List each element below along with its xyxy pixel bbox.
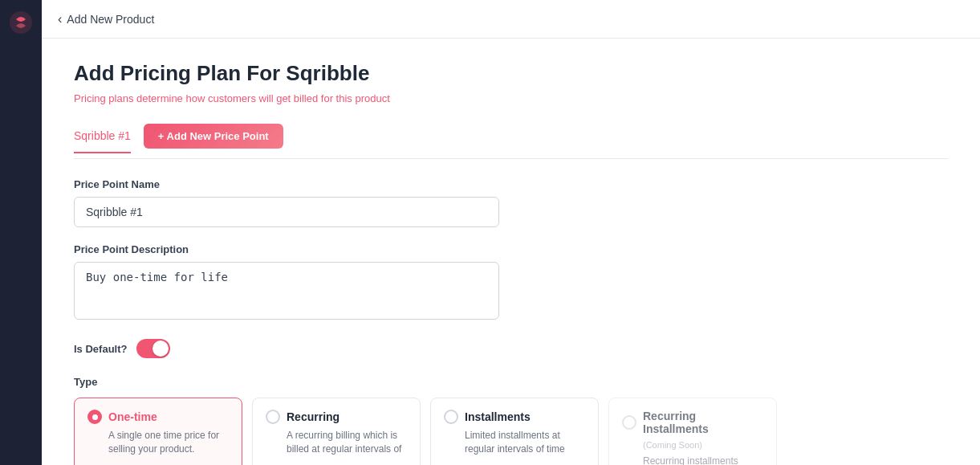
type-card-installments-desc: Limited installments at regular interval… bbox=[444, 429, 585, 456]
price-point-desc-label: Price Point Description bbox=[74, 243, 948, 255]
type-card-ri-title: Recurring Installments bbox=[643, 410, 763, 435]
toggle-knob bbox=[152, 341, 169, 357]
type-cards: One-time A single one time price for sel… bbox=[74, 398, 948, 465]
type-card-recurring[interactable]: Recurring A recurring billing which is b… bbox=[252, 398, 421, 465]
content-area: Add Pricing Plan For Sqribble Pricing pl… bbox=[42, 39, 980, 465]
tabs-row: Sqribble #1 + Add New Price Point bbox=[74, 124, 948, 159]
type-card-one-time-header: One-time bbox=[87, 410, 229, 424]
subtitle-highlight: this bbox=[336, 92, 352, 104]
is-default-row: Is Default? bbox=[74, 339, 948, 358]
radio-recurring bbox=[266, 410, 280, 424]
subtitle-end: product bbox=[352, 92, 390, 104]
type-card-one-time-desc: A single one time price for selling your… bbox=[87, 429, 229, 456]
type-card-recurring-header: Recurring bbox=[266, 410, 407, 424]
radio-one-time bbox=[87, 410, 102, 424]
type-card-installments[interactable]: Installments Limited installments at reg… bbox=[430, 398, 599, 465]
type-label: Type bbox=[74, 376, 948, 388]
type-card-installments-header: Installments bbox=[444, 410, 585, 424]
is-default-label: Is Default? bbox=[74, 343, 127, 355]
coming-soon-label: (Coming Soon) bbox=[622, 440, 763, 450]
radio-recurring-installments bbox=[622, 415, 636, 430]
main-area: ‹ Add New Product Add Pricing Plan For S… bbox=[42, 0, 980, 465]
price-point-name-group: Price Point Name bbox=[74, 178, 948, 227]
back-button[interactable]: ‹ Add New Product bbox=[58, 12, 154, 27]
type-card-one-time-title: One-time bbox=[108, 410, 157, 423]
svg-point-0 bbox=[10, 11, 32, 34]
type-card-installments-title: Installments bbox=[465, 410, 531, 423]
sidebar bbox=[0, 0, 42, 465]
price-point-name-label: Price Point Name bbox=[74, 178, 948, 190]
type-card-one-time[interactable]: One-time A single one time price for sel… bbox=[74, 398, 242, 465]
radio-inner-one-time bbox=[92, 414, 98, 420]
type-card-ri-header: Recurring Installments bbox=[622, 410, 763, 435]
price-point-desc-group: Price Point Description Buy one-time for… bbox=[74, 243, 948, 323]
radio-installments bbox=[444, 410, 458, 424]
page-subtitle: Pricing plans determine how customers wi… bbox=[74, 92, 948, 104]
app-logo-icon bbox=[8, 10, 34, 35]
type-card-recurring-title: Recurring bbox=[287, 410, 340, 423]
price-point-desc-input[interactable]: Buy one-time for life bbox=[74, 262, 499, 320]
add-price-point-button[interactable]: + Add New Price Point bbox=[144, 124, 283, 149]
type-card-recurring-desc: A recurring billing which is billed at r… bbox=[266, 429, 407, 456]
price-point-name-input[interactable] bbox=[74, 197, 499, 227]
is-default-toggle[interactable] bbox=[136, 339, 170, 358]
page-title: Add Pricing Plan For Sqribble bbox=[74, 61, 948, 86]
subtitle-main: Pricing plans determine how customers wi… bbox=[74, 92, 336, 104]
type-card-recurring-installments[interactable]: Recurring Installments (Coming Soon) Rec… bbox=[608, 398, 777, 465]
top-nav: ‹ Add New Product bbox=[42, 0, 980, 39]
type-section: Type One-time A single one time price fo… bbox=[74, 376, 948, 465]
page-breadcrumb: Add New Product bbox=[67, 13, 154, 26]
tab-sqribble-1[interactable]: Sqribble #1 bbox=[74, 129, 131, 153]
type-card-ri-desc: Recurring installments bbox=[622, 455, 763, 465]
back-arrow-icon: ‹ bbox=[58, 12, 62, 27]
